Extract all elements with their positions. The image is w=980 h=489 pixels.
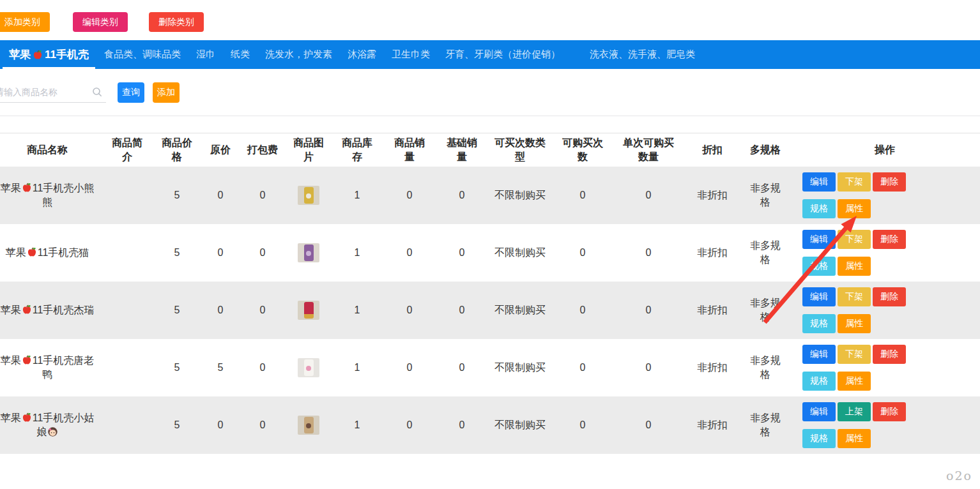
cell-image: [286, 301, 331, 320]
tab-label: 纸类: [231, 49, 250, 61]
delete-button[interactable]: 删除: [873, 230, 906, 249]
spec-button[interactable]: 规格: [802, 199, 836, 218]
tab-category-5[interactable]: 沐浴露: [340, 40, 384, 69]
cell-multi_spec: 非多规格: [741, 239, 790, 267]
case-accent: [306, 193, 311, 199]
attr-button[interactable]: 属性: [838, 199, 871, 218]
action-button-row: 编辑下架删除: [802, 345, 906, 364]
phone-case-graphic: [304, 302, 314, 319]
product-name-text: 苹果: [1, 412, 21, 423]
tab-category-8[interactable]: 洗衣液、洗手液、肥皂类: [582, 40, 703, 69]
tab-category-6[interactable]: 卫生巾类: [384, 40, 438, 69]
column-header: 基础销量: [436, 136, 488, 163]
product-name: 苹果11手机壳小姑娘: [0, 411, 102, 440]
action-button-row: 规格属性: [802, 199, 871, 218]
cell-original_price: 0: [202, 418, 239, 432]
product-row: 苹果11手机壳唐老鸭550100不限制购买00非折扣非多规格编辑下架删除规格属性: [0, 339, 980, 396]
tab-category-1[interactable]: 食品类、调味品类: [96, 40, 188, 69]
phone-case-graphic: [304, 244, 314, 261]
delete-button[interactable]: 删除: [873, 402, 906, 421]
edit-button[interactable]: 编辑: [802, 345, 836, 364]
tab-category-7[interactable]: 牙育、牙刷类（进价促销）: [438, 40, 568, 69]
add-product-button[interactable]: 添加: [153, 82, 180, 103]
tab-category-2[interactable]: 湿巾: [188, 40, 223, 69]
on-shelf-button[interactable]: 上架: [838, 402, 871, 421]
cell-per_buy_qty: 0: [613, 418, 684, 432]
attr-button[interactable]: 属性: [838, 314, 871, 333]
cell-per_buy_qty: 0: [613, 361, 684, 375]
spec-button[interactable]: 规格: [802, 429, 836, 448]
delete-button[interactable]: 删除: [873, 172, 906, 192]
cell-sales: 0: [383, 246, 436, 260]
search-input[interactable]: [0, 82, 106, 103]
attr-button[interactable]: 属性: [838, 257, 871, 276]
tab-category-3[interactable]: 纸类: [223, 40, 257, 69]
tab-label: 沐浴露: [348, 49, 376, 61]
spec-button[interactable]: 规格: [802, 372, 836, 391]
product-name: 苹果11手机壳唐老鸭: [0, 354, 102, 382]
spec-button[interactable]: 规格: [802, 314, 836, 333]
apple-icon: [32, 49, 43, 61]
edit-category-button[interactable]: 编辑类别: [73, 12, 128, 32]
edit-button[interactable]: 编辑: [802, 287, 836, 306]
attr-button[interactable]: 属性: [838, 429, 871, 448]
product-image: [298, 243, 319, 262]
add-category-button[interactable]: 添加类别: [0, 12, 50, 32]
off-shelf-button[interactable]: 下架: [838, 230, 871, 249]
cell-per_buy_qty: 0: [613, 246, 684, 260]
cell-buy_type: 不限制购买: [488, 418, 552, 432]
column-header: 单次可购买数量: [613, 136, 684, 163]
apple-icon: [21, 182, 33, 193]
cell-buy_times: 0: [552, 303, 613, 317]
edit-button[interactable]: 编辑: [802, 402, 836, 421]
product-name: 苹果11手机壳杰瑞: [0, 303, 102, 317]
case-accent: [306, 251, 311, 256]
cell-original_price: 0: [202, 246, 239, 260]
apple-icon: [21, 412, 33, 423]
cell-image: [286, 358, 331, 377]
delete-button[interactable]: 删除: [873, 345, 906, 364]
cell-buy_type: 不限制购买: [488, 188, 552, 202]
delete-category-button[interactable]: 删除类别: [149, 12, 204, 32]
cell-stock: 1: [331, 361, 383, 375]
column-header: 商品库存: [331, 136, 383, 163]
off-shelf-button[interactable]: 下架: [838, 287, 871, 306]
cell-sales: 0: [383, 188, 436, 202]
delete-button[interactable]: 删除: [873, 287, 906, 306]
product-image: [298, 358, 319, 377]
tab-category-4[interactable]: 洗发水，护发素: [257, 40, 340, 69]
action-button-row: 规格属性: [802, 257, 871, 276]
phone-case-graphic: [304, 359, 314, 376]
off-shelf-button[interactable]: 下架: [838, 345, 871, 364]
cell-discount: 非折扣: [684, 418, 741, 432]
cell-sales: 0: [383, 418, 436, 432]
tab-label: 卫生巾类: [392, 49, 430, 61]
phone-case-graphic: [304, 417, 314, 433]
cell-base_sales: 0: [436, 188, 488, 202]
query-button[interactable]: 查询: [118, 82, 144, 103]
search-icon: [92, 87, 102, 97]
tab-label: 11手机壳: [45, 47, 89, 62]
cell-pack_fee: 0: [239, 418, 286, 432]
spec-button[interactable]: 规格: [802, 257, 836, 276]
column-header: 折扣: [684, 143, 741, 157]
cell-sales: 0: [383, 361, 436, 375]
row-actions: 编辑下架删除规格属性: [790, 230, 980, 276]
attr-button[interactable]: 属性: [838, 372, 871, 391]
product-toolbar: 查询 添加: [0, 69, 980, 116]
edit-button[interactable]: 编辑: [802, 230, 836, 249]
action-button-row: 编辑下架删除: [802, 230, 906, 249]
row-actions: 编辑下架删除规格属性: [790, 345, 980, 391]
tab-label: 食品类、调味品类: [104, 49, 181, 61]
case-accent: [306, 423, 311, 428]
tab-category-0[interactable]: 苹果11手机壳: [1, 40, 96, 69]
cell-buy_times: 0: [552, 361, 613, 375]
off-shelf-button[interactable]: 下架: [838, 172, 871, 192]
cell-price: 5: [152, 246, 202, 260]
product-name-text: 11手机壳小姑娘: [33, 412, 95, 437]
cell-image: [286, 243, 331, 262]
tab-label: 牙育、牙刷类（进价促销）: [445, 49, 560, 61]
cell-base_sales: 0: [436, 303, 488, 317]
cell-pack_fee: 0: [239, 303, 286, 317]
edit-button[interactable]: 编辑: [802, 172, 836, 192]
